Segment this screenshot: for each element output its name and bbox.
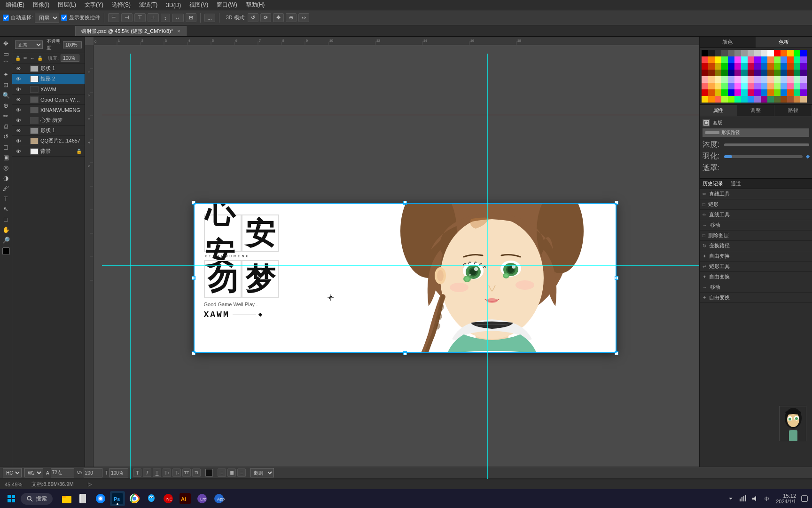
color-swatch[interactable] [741,56,748,63]
taskbar-photoshop-btn[interactable]: Ps [110,491,125,506]
font-size-input[interactable] [51,468,74,477]
hist-item-1[interactable]: □ 矩形 [700,199,812,210]
color-swatch[interactable] [781,63,787,70]
color-swatch[interactable] [728,96,734,103]
color-swatch[interactable] [715,56,721,63]
color-swatch[interactable] [767,83,774,89]
input-method-icon[interactable]: 中 [764,495,771,502]
color-swatch[interactable] [761,83,767,89]
handle-tm[interactable] [403,201,407,205]
layer-vis-icon[interactable]: 👁 [15,117,22,124]
color-swatch[interactable] [715,83,721,89]
density-slider[interactable] [724,143,809,146]
color-swatch[interactable] [774,70,781,76]
color-swatch[interactable] [741,83,748,89]
scroll-indicator[interactable]: ▷ [88,481,92,487]
layer-shape1b[interactable]: 👁 形状 1 [12,126,85,136]
color-swatch[interactable] [715,96,721,103]
blend-mode-select[interactable]: 正常 [15,40,43,49]
layer-vis-icon[interactable]: 👁 [15,96,22,103]
layer-shape1[interactable]: 👁 形状 1 [12,64,85,74]
tab-color[interactable]: 颜色 [700,37,756,48]
text-bold-btn[interactable]: T [133,468,141,477]
color-swatch[interactable] [748,89,754,96]
color-swatch[interactable] [734,89,741,96]
align-center-btn[interactable]: ⊣ [121,13,133,22]
color-swatch[interactable] [794,56,800,63]
taskbar-chrome-btn[interactable] [127,491,142,506]
color-swatch[interactable] [715,70,721,76]
color-swatch[interactable] [774,56,781,63]
hist-item-9[interactable]: ↔ 移动 [700,282,812,293]
network-icon[interactable] [739,495,747,502]
color-swatch[interactable] [781,89,787,96]
scale-input[interactable] [109,468,128,477]
handle-mr[interactable] [615,276,618,280]
color-swatch[interactable] [741,89,748,96]
color-swatch[interactable] [734,83,741,89]
tab-properties[interactable]: 属性 [700,105,737,116]
color-swatch[interactable] [708,83,715,89]
taskbar-chevron-icon[interactable] [727,495,734,502]
color-swatch[interactable] [787,89,794,96]
color-swatch[interactable] [754,50,761,56]
color-swatch[interactable] [708,56,715,63]
history-brush-tool[interactable]: ↺ [1,132,11,141]
color-swatch[interactable] [715,89,721,96]
handle-tr[interactable] [615,201,618,205]
eyedropper-tool[interactable]: 🔍 [1,90,11,100]
heal-tool[interactable]: ⊕ [1,101,11,110]
handle-bl[interactable] [192,351,195,355]
lock-position-icon[interactable]: ↔ [30,56,35,61]
font-weight-select[interactable]: W27 [24,468,43,477]
color-swatch[interactable] [754,76,761,83]
color-swatch[interactable] [800,89,807,96]
layer-xawm[interactable]: 👁 XAWM [12,84,85,95]
layer-vis-icon[interactable]: 👁 [15,65,22,72]
handle-tl[interactable] [192,201,195,205]
text-color-box[interactable] [205,469,213,476]
color-swatch[interactable] [721,89,728,96]
color-swatch[interactable] [754,70,761,76]
color-swatch[interactable] [754,83,761,89]
align-right-text-btn[interactable]: ≡ [237,468,246,477]
taskbar-search[interactable]: 搜索 [21,493,53,505]
distribute-btn[interactable]: ⊞ [186,13,196,22]
feather-slider[interactable] [724,155,803,158]
color-swatch[interactable] [741,76,748,83]
hist-item-5[interactable]: ↻ 变换路径 [700,241,812,251]
color-swatch[interactable] [781,70,787,76]
hist-item-10[interactable]: ✦ 自由变换 [700,293,812,303]
color-swatch[interactable] [800,63,807,70]
3d-scale-btn[interactable]: ⇔ [298,13,309,22]
color-swatch[interactable] [761,76,767,83]
menu-window[interactable]: 窗口(W) [213,0,241,10]
color-swatch[interactable] [721,96,728,103]
color-swatch[interactable] [794,76,800,83]
color-swatch[interactable] [787,50,794,56]
color-swatch[interactable] [715,76,721,83]
text-caps-btn[interactable]: TT [182,468,191,477]
color-swatch[interactable] [787,63,794,70]
color-swatch[interactable] [702,83,708,89]
color-swatch[interactable] [715,63,721,70]
text-subscript-btn[interactable]: T- [172,468,181,477]
color-swatch[interactable] [728,89,734,96]
color-swatch[interactable] [794,96,800,103]
menu-help[interactable]: 帮助(H) [242,0,269,10]
menu-layer[interactable]: 图层(L) [54,0,80,10]
color-swatch[interactable] [702,96,708,103]
color-swatch[interactable] [721,63,728,70]
align-left-text-btn[interactable]: ≡ [218,468,226,477]
color-swatch[interactable] [721,50,728,56]
color-swatch[interactable] [761,96,767,103]
taskbar-app-extra2[interactable]: App [211,491,226,506]
color-swatch[interactable] [754,96,761,103]
color-swatch[interactable] [728,56,734,63]
notifications-icon[interactable] [801,495,808,502]
volume-icon[interactable] [751,495,759,502]
color-swatch[interactable] [728,76,734,83]
3d-rotate-btn[interactable]: ↺ [248,13,258,22]
color-swatch[interactable] [767,56,774,63]
color-swatch[interactable] [734,96,741,103]
